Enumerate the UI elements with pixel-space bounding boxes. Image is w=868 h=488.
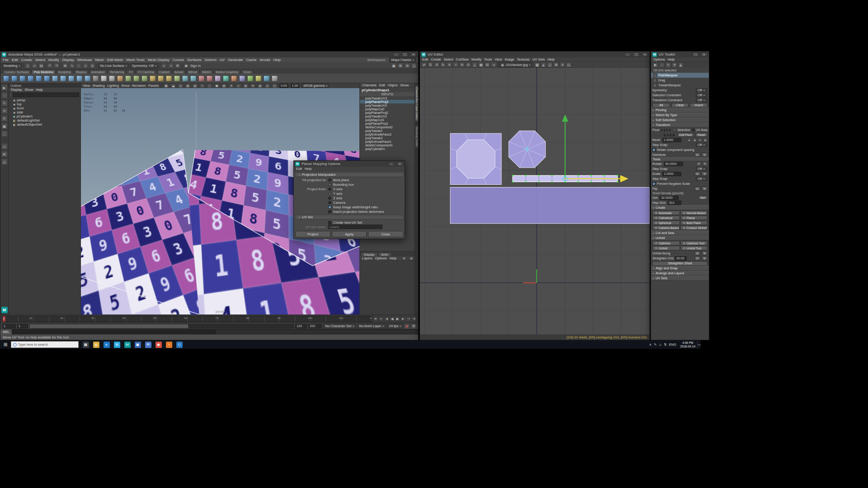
menu-item[interactable]: Select [443,57,453,61]
flip-u-icon[interactable]: ⇄ [421,62,427,67]
create-mapping-button[interactable]: Best Plane [680,221,708,225]
texture-border-icon[interactable]: ◫ [547,62,552,67]
rotate-value-field[interactable]: 90.0000 [664,162,683,166]
side-tab[interactable]: Channel Box / Layer Editor [415,85,419,122]
shelf-tab[interactable]: Rendering [108,70,126,74]
move-step-snap-dropdown[interactable]: Off▾ [696,143,708,147]
bridge-icon[interactable] [141,75,148,82]
symmetrize-icon[interactable] [255,75,262,82]
network-icon[interactable]: ⇅ [664,343,666,347]
tool-mode-row[interactable]: ▢ Pick/Marquee [651,73,709,78]
menu-item[interactable]: Help [668,57,675,61]
step-fwd-key-button[interactable]: ► [401,316,406,322]
shelf-tab[interactable]: Rigging [74,70,89,74]
select-tool-icon[interactable]: ▶ [1,84,8,91]
pin-uv-icon[interactable]: ⊙ [466,62,471,67]
radio-button[interactable] [328,183,331,186]
menu-item[interactable]: Windows [77,58,92,62]
quad-draw-icon[interactable] [222,75,229,82]
uv-editor-titlebar[interactable]: M UV Editor – ▢ ✕ [420,52,650,57]
anim-layer-dropdown[interactable]: No Anim Layer▾ [357,324,386,328]
tk-grab-icon[interactable]: ✛ [672,62,677,68]
distribute-v-button[interactable]: V [702,153,708,157]
menu-item[interactable]: Help [389,256,396,260]
tk-select-icon[interactable]: ▶ [653,62,658,68]
distortion-display-icon[interactable]: ◭ [541,62,546,67]
create-mapping-button[interactable]: Cylindrical [652,216,680,220]
separate-icon[interactable] [206,75,213,82]
sculpt-icon[interactable] [117,75,123,82]
dialog-minimize-button[interactable]: – [388,162,395,166]
snap-together-icon[interactable]: ⊐ [491,62,496,67]
single-pane-layout-icon[interactable]: ▭ [1,143,8,150]
playback-start-field[interactable]: 1 [17,324,28,328]
auto-keyframe-icon[interactable]: ◉ [404,324,410,329]
side-tab[interactable]: Modeling Toolkit [415,125,419,149]
chrome-icon[interactable]: ◉ [153,340,164,349]
menu-item[interactable]: UV [220,58,225,62]
shelf-tab[interactable]: Sculpting [56,70,73,74]
cut-uv-icon[interactable]: ✕ [447,62,452,67]
shelf-tab[interactable]: Arnold [172,70,186,74]
pivot-preset-radio[interactable] [667,134,669,136]
cut-and-sew-section[interactable]: ▸Cut and Sew [651,230,709,235]
menu-item[interactable]: Show [400,83,409,87]
close-button[interactable]: ✕ [410,52,417,57]
uv-toolkit-titlebar[interactable]: M UV Toolkit ▢ ✕ [651,52,709,57]
go-to-start-button[interactable]: ⇤ [373,316,378,322]
shelf-tab[interactable]: Poly Modeling [32,70,56,74]
shaded-icon[interactable]: ◼ [214,84,219,88]
go-to-end-button[interactable]: ⇥ [411,316,416,322]
uv-canvas[interactable] [420,68,650,334]
poly-sphere-icon[interactable] [3,75,9,82]
render-icon[interactable]: ◐ [161,63,167,68]
play-forward-button[interactable]: ▶ [395,316,400,322]
undo-icon[interactable]: ↶ [47,63,52,68]
menu-item[interactable]: Deform [205,58,217,62]
menu-item[interactable]: Curves [173,58,184,62]
channel-item[interactable]: polyCylinder1 [360,147,415,150]
pivot-preset-radio[interactable] [664,134,665,136]
menu-item[interactable]: Create [431,57,441,61]
menu-item[interactable]: View [495,57,502,61]
conform-icon[interactable] [271,75,278,82]
firefox-icon[interactable]: ◔ [164,340,174,349]
straighten-shell-button[interactable]: Straighten Shell [652,261,708,266]
gamma-field[interactable]: 1.00 [291,84,300,88]
menu-item[interactable]: Mesh [95,58,104,62]
new-scene-icon[interactable]: ▯ [25,63,30,68]
move-tool-icon[interactable]: ✛ [1,108,8,114]
menu-item[interactable]: Edit [12,58,18,62]
tk-paint-icon[interactable]: ✎ [665,62,671,68]
superellipse-icon[interactable] [108,75,115,82]
flip-v-icon[interactable]: ⇅ [428,62,433,67]
menu-item[interactable]: Channels [362,83,377,87]
constraint-dropdown[interactable]: Off▾ [696,93,708,97]
outliner-item[interactable]: ◉ side [9,110,80,114]
menu-item[interactable]: Tools [484,57,492,61]
checker-display-icon[interactable]: ▩ [534,62,540,67]
language-indicator[interactable]: ENG [669,343,676,347]
symmetry-dropdown[interactable]: Symmetry: Off▾ [130,63,158,68]
create-mapping-button[interactable]: Contour Stretch [680,225,708,230]
shelf-tab[interactable]: Motion Graphics [214,70,241,74]
tray-expand-icon[interactable]: ∧ [649,343,652,347]
average-verts-icon[interactable] [263,75,270,82]
current-frame-marker[interactable]: 1 [3,316,5,322]
animation-end-field[interactable]: 200 [308,324,322,328]
menu-item[interactable]: Cut/Sew [456,57,468,61]
create-mapping-button[interactable]: Camera-Based [652,225,680,230]
single-pane-icon[interactable]: ▣ [391,63,396,68]
four-view-layout-icon[interactable]: ⊞ [1,151,8,157]
create-mapping-button[interactable]: Spherical [652,221,680,225]
menu-item[interactable]: Panels [148,84,159,88]
shelf-tab[interactable]: Animation [89,70,107,74]
unfold-section[interactable]: ▾Unfold [651,235,709,240]
create-section[interactable]: ▾Create [651,205,709,210]
action-center-button[interactable]: ▭ [697,340,701,349]
menu-item[interactable]: Help [274,58,281,62]
split-horizontal-icon[interactable]: ⊟ [405,63,410,68]
snap-grid-icon[interactable]: ⊞ [62,63,68,68]
menu-item[interactable]: Modify [472,57,481,61]
task-view-icon[interactable]: ▦ [80,340,91,349]
